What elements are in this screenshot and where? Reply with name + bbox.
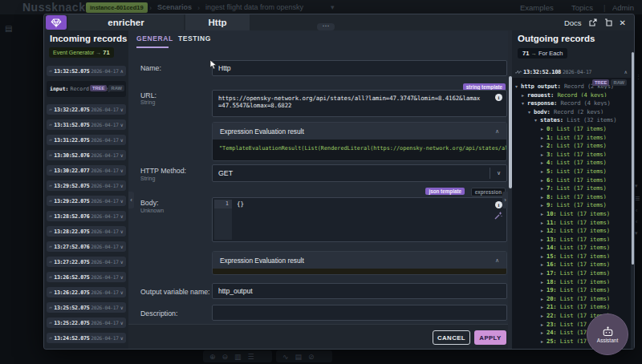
disable-icon[interactable]: ⊘ xyxy=(308,353,315,361)
chevron-up-icon[interactable]: ∧ xyxy=(495,128,499,135)
chevron-down-icon[interactable]: ∨ xyxy=(120,213,124,219)
tree-arrow-icon[interactable]: ▸ xyxy=(541,286,547,293)
tree-toggle[interactable]: TREE xyxy=(90,85,107,91)
tree-arrow-icon[interactable]: ▸ xyxy=(541,142,547,148)
tree-node[interactable]: ▸6: List (17 items) xyxy=(512,174,631,183)
tree-arrow-icon[interactable]: ▾ xyxy=(515,83,521,89)
close-icon[interactable]: ✕ xyxy=(620,18,626,27)
evaluation-header[interactable]: Expression Evaluation result ∧ xyxy=(213,123,506,140)
drag-handle[interactable]: ⋯ xyxy=(317,23,335,30)
tree-node[interactable]: ▸8: List (17 items) xyxy=(512,191,631,200)
record-row[interactable]: 13:27:22.075 2026-04-17 ∨ xyxy=(47,257,126,267)
chevron-down-icon[interactable]: ∨ xyxy=(120,137,124,143)
record-row[interactable]: 13:26:22.075 2026-04-17 ∨ xyxy=(47,287,126,297)
chevron-up-icon[interactable]: ∧ xyxy=(120,68,124,74)
collapse-outgoing-handle[interactable]: › xyxy=(502,192,508,208)
tree-arrow-icon[interactable]: ▸ xyxy=(541,278,547,285)
record-row[interactable]: 13:24:52.075 2026-04-17 ∨ xyxy=(47,333,126,343)
expression-mode-badge[interactable]: expression xyxy=(471,188,506,196)
chevron-down-icon[interactable]: ∨ xyxy=(120,289,124,295)
scrollbar-thumb[interactable] xyxy=(509,76,512,188)
record-row[interactable]: 13:31:22.075 2026-04-17 ∨ xyxy=(47,135,126,145)
record-row[interactable]: 13:29:52.075 2026-04-17 ∨ xyxy=(47,180,126,191)
chevron-up-icon[interactable]: ∧ xyxy=(495,257,499,264)
tree-arrow-icon[interactable]: ▸ xyxy=(541,210,547,216)
tab-node-name[interactable]: Http xyxy=(185,14,250,30)
tree-arrow-icon[interactable]: ▸ xyxy=(541,159,547,165)
collapse-left-icon[interactable]: ‹ xyxy=(636,219,637,224)
tree-arrow-icon[interactable]: ▸ xyxy=(541,184,547,191)
caret-down-icon[interactable]: ▾ xyxy=(635,183,638,189)
evaluation-header[interactable]: Expression Evaluation result ∧ xyxy=(213,252,506,269)
tab-general[interactable]: GENERAL xyxy=(136,34,173,42)
maximize-icon[interactable] xyxy=(604,18,612,26)
tree-node[interactable]: ▸20: List (17 items) xyxy=(512,293,631,301)
zoom-in-icon[interactable]: ⊕ xyxy=(209,353,216,361)
tree-node[interactable]: ▸16: List (17 items) xyxy=(512,258,631,267)
menu-admin[interactable]: Admin xyxy=(612,3,634,12)
tree-node[interactable]: ▸7: List (17 items) xyxy=(512,182,631,191)
collapse-left-icon[interactable]: ‹ xyxy=(636,208,637,213)
tree-arrow-icon[interactable]: ▸ xyxy=(541,125,547,131)
outgoing-scrollbar[interactable] xyxy=(631,30,634,349)
breadcrumb-scenarios[interactable]: Scenarios xyxy=(157,3,192,11)
chevron-down-icon[interactable]: ∨ xyxy=(120,152,124,158)
tree-arrow-icon[interactable]: ▸ xyxy=(541,201,547,208)
tree-node[interactable]: ▾states: List (32 items) xyxy=(512,114,631,123)
record-row[interactable]: 13:30:22.077 2026-04-17 ∨ xyxy=(47,165,126,176)
info-icon[interactable]: i xyxy=(495,201,502,208)
tree-node[interactable]: ▸3: List (17 items) xyxy=(512,148,631,157)
scrollbar-thumb[interactable] xyxy=(632,52,634,265)
tab-node-type[interactable]: enricher xyxy=(68,14,184,30)
url-input[interactable]: https://opensky-network.org/api/states/a… xyxy=(212,90,507,117)
description-input[interactable] xyxy=(212,305,507,321)
breadcrumb-scenario-name[interactable]: ingest flight data from opensky xyxy=(205,3,303,11)
align-icon[interactable]: ☰ xyxy=(248,353,254,361)
http-method-select[interactable]: GET ∨ xyxy=(212,164,507,182)
chevron-down-icon[interactable]: ∨ xyxy=(120,198,124,204)
record-row-expanded[interactable]: 13:32:52.108 2026-04-17 ∧ xyxy=(515,67,628,77)
record-row[interactable]: 13:27:52.076 2026-04-17 ∨ xyxy=(47,241,126,252)
tree-arrow-icon[interactable]: ▸ xyxy=(541,295,547,301)
tree-arrow-icon[interactable]: ▸ xyxy=(541,176,547,183)
record-row-expanded[interactable]: 13:32:52.075 2026-04-17 ∧ xyxy=(47,66,126,76)
tree-node[interactable]: ▸9: List (17 items) xyxy=(512,199,631,208)
chevron-down-icon[interactable]: ∨ xyxy=(120,229,124,234)
tree-node[interactable]: ▸14: List (17 items) xyxy=(512,241,631,250)
tree-arrow-icon[interactable]: ▸ xyxy=(541,193,547,200)
tree-node[interactable]: ▸18: List (17 items) xyxy=(512,276,631,285)
tree-arrow-icon[interactable]: ▸ xyxy=(541,236,547,242)
tree-arrow-icon[interactable]: ▸ xyxy=(541,151,547,157)
tree-arrow-icon[interactable]: ▸ xyxy=(541,253,547,259)
tree-node[interactable]: ▸11: List (17 items) xyxy=(512,216,631,225)
tree-node[interactable]: ▸17: List (17 items) xyxy=(512,267,631,276)
tree-arrow-icon[interactable]: ▸ xyxy=(541,338,547,344)
chart-icon[interactable]: ∿ xyxy=(282,353,289,361)
tree-arrow-icon[interactable]: ▸ xyxy=(541,227,547,233)
name-input[interactable] xyxy=(212,60,507,76)
json-template-mode-badge[interactable]: json template xyxy=(425,188,465,195)
record-row[interactable]: 13:29:22.075 2026-04-17 ∨ xyxy=(47,196,126,206)
tree-node[interactable]: ▸19: List (17 items) xyxy=(512,284,631,293)
output-variable-input[interactable] xyxy=(212,283,507,299)
chevron-down-icon[interactable]: ∨ xyxy=(120,107,124,112)
tree-arrow-icon[interactable]: ▸ xyxy=(541,329,547,335)
source-node-badge[interactable]: Event Generator → 71 xyxy=(49,47,114,58)
chevron-down-icon[interactable]: ∨ xyxy=(120,244,124,249)
record-row[interactable]: 13:25:22.075 2026-04-17 ∨ xyxy=(47,317,126,328)
menu-examples[interactable]: Examples xyxy=(520,3,554,12)
tree-toggle[interactable]: TREE xyxy=(592,79,609,86)
tree-arrow-icon[interactable]: ▸ xyxy=(541,269,547,276)
tree-arrow-icon[interactable]: ▸ xyxy=(541,219,547,225)
tab-testing[interactable]: TESTING xyxy=(178,34,211,42)
docs-link[interactable]: Docs xyxy=(564,18,582,27)
tree-node[interactable]: ▸5: List (17 items) xyxy=(512,165,631,174)
assistant-button[interactable]: Assistant xyxy=(587,313,628,355)
chevron-down-icon[interactable]: ∨ xyxy=(120,168,124,173)
tree-node[interactable]: ▸2: List (17 items) xyxy=(512,140,631,148)
zoom-out-icon[interactable]: ⊖ xyxy=(222,353,229,361)
tree-node[interactable]: ▸13: List (17 items) xyxy=(512,233,631,242)
tree-arrow-icon[interactable]: ▸ xyxy=(541,303,547,309)
tree-arrow-icon[interactable]: ▸ xyxy=(522,91,527,98)
tree-node[interactable]: ▸21: List (17 items) xyxy=(512,301,631,309)
